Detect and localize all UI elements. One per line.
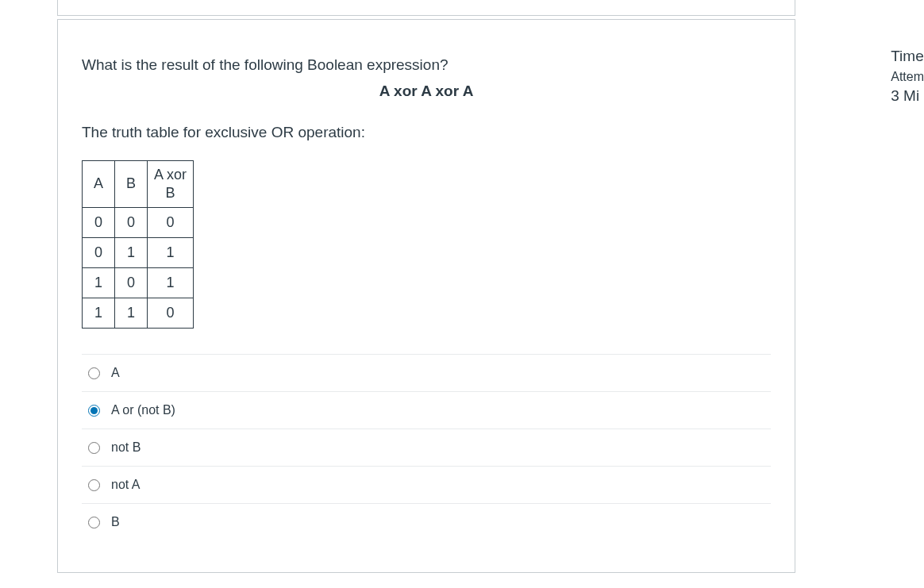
answer-radio[interactable]	[88, 517, 100, 528]
answer-label: B	[111, 515, 120, 529]
table-cell: 0	[148, 208, 194, 238]
table-cell: 0	[83, 238, 115, 268]
answer-list: A A or (not B) not B not A B	[82, 354, 771, 540]
table-cell: 1	[115, 238, 148, 268]
table-row: 1 0 1	[83, 268, 194, 298]
table-cell: 0	[115, 208, 148, 238]
sidebar-attempt-label: Attem	[891, 70, 924, 84]
table-cell: 0	[83, 208, 115, 238]
answer-radio[interactable]	[88, 442, 100, 454]
table-cell: 1	[83, 268, 115, 298]
table-cell: 1	[83, 298, 115, 329]
question-expression: A xor A xor A	[82, 83, 771, 100]
table-header-row: A B A xor B	[83, 160, 194, 208]
answer-label: not A	[111, 478, 140, 492]
answer-label: A	[111, 366, 120, 380]
answer-label: not B	[111, 440, 141, 455]
table-cell: 1	[115, 298, 148, 329]
table-header-b: B	[115, 160, 148, 208]
question-body: What is the result of the following Bool…	[57, 19, 795, 573]
answer-option-a[interactable]: A	[82, 354, 771, 391]
sidebar: Time Attem 3 Mi	[797, 0, 924, 105]
truth-table-label: The truth table for exclusive OR operati…	[82, 124, 771, 141]
answer-option-b[interactable]: B	[82, 503, 771, 540]
table-row: 0 1 1	[83, 238, 194, 268]
answer-label: A or (not B)	[111, 403, 175, 417]
answer-option-not-b[interactable]: not B	[82, 429, 771, 466]
answer-option-not-a[interactable]: not A	[82, 466, 771, 503]
table-header-axorb-line2: B	[154, 184, 187, 202]
sidebar-time-remaining: 3 Mi	[891, 87, 924, 105]
table-row: 1 1 0	[83, 298, 194, 329]
table-cell: 1	[148, 238, 194, 268]
answer-radio[interactable]	[88, 405, 100, 417]
table-cell: 1	[148, 268, 194, 298]
answer-option-a-or-not-b[interactable]: A or (not B)	[82, 391, 771, 429]
table-header-a: A	[83, 160, 115, 208]
table-header-axorb-line1: A xor	[154, 166, 187, 184]
table-header-axorb: A xor B	[148, 160, 194, 208]
answer-radio[interactable]	[88, 479, 100, 491]
question-prompt: What is the result of the following Bool…	[82, 55, 771, 76]
table-cell: 0	[115, 268, 148, 298]
truth-table: A B A xor B 0 0 0 0	[82, 160, 194, 329]
question-panel: What is the result of the following Bool…	[0, 0, 797, 573]
table-row: 0 0 0	[83, 208, 194, 238]
table-cell: 0	[148, 298, 194, 329]
question-header-bar	[57, 0, 795, 16]
sidebar-time-label: Time	[891, 48, 924, 65]
answer-radio[interactable]	[88, 367, 100, 379]
